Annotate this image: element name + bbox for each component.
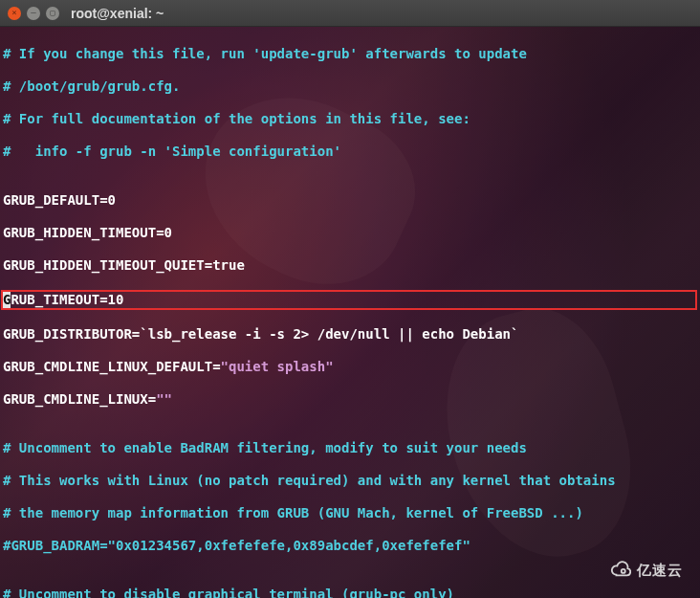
file-line: # For full documentation of the options …: [3, 111, 697, 127]
window-controls: × – ▢: [8, 7, 59, 20]
window-title: root@xenial: ~: [71, 6, 164, 21]
window-titlebar: × – ▢ root@xenial: ~: [0, 0, 700, 27]
file-line: #GRUB_BADRAM="0x01234567,0xfefefefe,0x89…: [3, 538, 697, 554]
file-line: # This works with Linux (no patch requir…: [3, 473, 697, 489]
file-line: GRUB_DISTRIBUTOR=`lsb_release -i -s 2> /…: [3, 326, 697, 343]
terminal-viewport[interactable]: # If you change this file, run 'update-g…: [0, 27, 700, 598]
file-line: GRUB_CMDLINE_LINUX="": [3, 391, 697, 408]
file-line: # the memory map information from GRUB (…: [3, 505, 697, 521]
file-line-highlighted: GRUB_TIMEOUT=10: [1, 290, 697, 310]
file-line: GRUB_HIDDEN_TIMEOUT=0: [3, 225, 697, 241]
cloud-logo-icon: [610, 560, 631, 581]
file-line-rest: RUB_TIMEOUT=10: [11, 292, 123, 307]
file-line: # If you change this file, run 'update-g…: [3, 46, 697, 62]
file-line: # /boot/grub/grub.cfg.: [3, 78, 697, 95]
window-maximize-button[interactable]: ▢: [46, 7, 59, 20]
file-line: # Uncomment to enable BadRAM filtering, …: [3, 440, 697, 456]
window-close-button[interactable]: ×: [8, 7, 21, 20]
watermark-text: 亿速云: [637, 562, 683, 580]
svg-point-0: [622, 569, 625, 573]
window-minimize-button[interactable]: –: [27, 7, 40, 20]
file-line: GRUB_HIDDEN_TIMEOUT_QUIET=true: [3, 257, 697, 274]
file-line: # Uncomment to disable graphical termina…: [3, 587, 697, 598]
file-line: # info -f grub -n 'Simple configuration': [3, 144, 697, 160]
file-line: GRUB_CMDLINE_LINUX_DEFAULT="quiet splash…: [3, 359, 697, 375]
watermark: 亿速云: [610, 560, 683, 581]
file-line: GRUB_DEFAULT=0: [3, 192, 697, 209]
